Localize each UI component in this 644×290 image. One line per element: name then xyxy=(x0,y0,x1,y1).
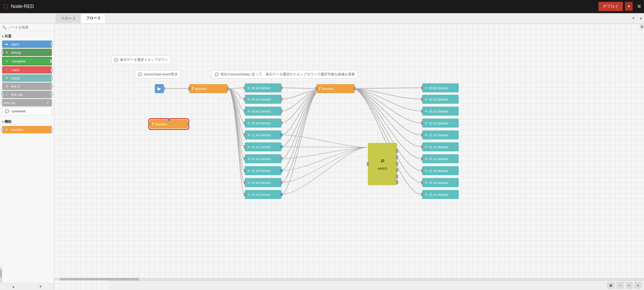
port-left xyxy=(244,157,246,161)
comment-node-sensor[interactable]: 💬 sensorData event受信 xyxy=(135,70,181,79)
sidebar-item-linkcall[interactable]: ↔ link call xyxy=(2,91,52,98)
data-node-c2s1[interactable]: ≡ c2.s1.datana xyxy=(422,190,459,199)
deploy-dropdown-button[interactable]: ▾ xyxy=(625,2,633,11)
data-icon: ≡ xyxy=(425,109,427,113)
port-right xyxy=(163,87,165,90)
data-icon: ≡ xyxy=(425,133,427,137)
data-node-c0s2[interactable]: ≡ c0.s2.datana xyxy=(422,107,459,116)
comment-node-update[interactable]: 💬 現在のsensorDataに従って、表示データ選択のドロップダウンで選択可能… xyxy=(212,70,358,79)
sidebar-item-label: link in xyxy=(11,84,50,88)
sidebar-item-comment[interactable]: 💬 comment xyxy=(2,107,52,115)
sensor-label: c0.s2.sensor xyxy=(251,109,271,113)
port-right-4 xyxy=(396,168,398,172)
data-node-c1s0[interactable]: ≡ c1.s0.datana xyxy=(422,130,459,139)
sensor-node-c0s0[interactable]: ≡ c0.s0.sensor xyxy=(245,83,281,92)
port-left xyxy=(315,87,317,90)
sidebar-item-debug[interactable]: ≡ debug xyxy=(2,49,52,56)
sidebar-scroll-down[interactable]: ▼ xyxy=(27,283,54,290)
port-right xyxy=(187,122,189,126)
sidebar-item-linkout[interactable]: link out ↗ xyxy=(2,99,52,106)
deploy-button[interactable]: デプロイ xyxy=(598,2,623,11)
port-right-2 xyxy=(396,156,398,159)
scrollbar-thumb[interactable] xyxy=(60,278,139,280)
sidebar-item-label: status xyxy=(11,76,50,80)
sensor-node-c1s3[interactable]: ≡ c1.s3.sensor xyxy=(245,166,281,175)
port-right xyxy=(280,121,282,125)
inject-icon: ➡ xyxy=(4,42,9,46)
tab-flow1[interactable]: フロー 1 xyxy=(56,14,81,23)
sensor-node-c1s2[interactable]: ≡ c1.s2.sensor xyxy=(245,154,281,163)
linkin-icon: ↗ xyxy=(4,84,9,88)
sensor-node-c0s2[interactable]: ≡ c0.s2.sensor xyxy=(245,107,281,116)
port-left xyxy=(1,101,3,105)
tab-add-button[interactable]: + xyxy=(629,13,638,23)
sidebar-scroll-up[interactable]: ▲ xyxy=(0,283,27,290)
node-list: ▾ 共通 ➡ inject ≡ debug ✓ complete ! catch xyxy=(0,31,54,267)
data-node-c2s0[interactable]: ≡ c2.s0.datana xyxy=(422,178,459,187)
data-label: c0.s1.datana xyxy=(429,97,448,101)
horizontal-scrollbar[interactable] xyxy=(54,278,644,280)
sensor-label: c2.s1.sensor xyxy=(251,193,271,197)
port-right xyxy=(51,76,53,80)
inject-node[interactable]: ▶ xyxy=(155,84,164,93)
data-node-c1s2[interactable]: ≡ c1.s2.datana xyxy=(422,154,459,163)
sidebar-item-label: complete xyxy=(12,59,49,63)
port-left xyxy=(367,162,369,166)
switch-node[interactable]: ⇄ switch xyxy=(368,143,397,185)
sidebar-item-catch[interactable]: ! catch xyxy=(2,66,52,74)
sidebar-item-linkin[interactable]: ↗ link in xyxy=(2,83,52,90)
sidebar-item-function[interactable]: ƒ function xyxy=(2,126,52,133)
port-right-1 xyxy=(396,149,398,153)
data-node-c1s3[interactable]: ≡ c1.s3.datana xyxy=(422,166,459,175)
sensor-node-c2s1[interactable]: ≡ c2.s1.sensor xyxy=(245,190,281,199)
data-label: c0.s2.datana xyxy=(429,109,448,113)
comment-text: sensorData event受信 xyxy=(144,72,178,77)
canvas-scroll-top[interactable]: ▲ xyxy=(640,24,644,29)
port-right xyxy=(354,87,356,90)
section-header-common[interactable]: ▾ 共通 xyxy=(0,33,54,40)
section-header-function[interactable]: ▾ 機能 xyxy=(0,118,54,125)
search-input[interactable] xyxy=(8,25,52,29)
data-node-c0s3[interactable]: ≡ c0.s3.datana xyxy=(422,119,459,128)
sensor-node-c1s1[interactable]: ≡ c1.s1.sensor xyxy=(245,142,281,151)
sensor-node-c0s1[interactable]: ≡ c0.s1.sensor xyxy=(245,95,281,104)
sensor-node-c0s3[interactable]: ≡ c0.s3.sensor xyxy=(245,119,281,128)
data-icon: ≡ xyxy=(425,145,427,149)
zoom-out-button[interactable]: − xyxy=(617,282,624,289)
function-node-3[interactable]: f function xyxy=(150,120,188,129)
port-left xyxy=(421,157,423,161)
data-node-c1s1[interactable]: ≡ c1.s1.datana xyxy=(422,142,459,151)
sidebar-item-complete[interactable]: ✓ complete xyxy=(2,57,52,65)
function-label: function xyxy=(322,87,334,91)
sidebar-scrollbar-thumb[interactable] xyxy=(0,270,2,278)
port-right-3 xyxy=(396,162,398,166)
sensor-node-c1s0[interactable]: ≡ c1.s0.sensor xyxy=(245,130,281,139)
data-node-c0s0[interactable]: ≡ c0.s0.datana xyxy=(422,83,459,92)
zoom-reset-button[interactable]: ○ xyxy=(626,282,633,289)
sidebar-item-inject[interactable]: ➡ inject xyxy=(2,40,52,48)
tab-arrow-button[interactable]: ▾ xyxy=(638,14,644,23)
data-node-c0s1[interactable]: ≡ c0.s1.datana xyxy=(422,95,459,104)
sidebar-item-status[interactable]: ⚡ status xyxy=(2,74,52,82)
sensor-icon: ≡ xyxy=(247,180,250,185)
layout-button[interactable]: ⊞ xyxy=(607,282,615,289)
port-right xyxy=(51,68,53,72)
sidebar-item-label: function xyxy=(11,128,50,132)
search-icon: 🔍 xyxy=(2,25,6,29)
function-node-2[interactable]: f function xyxy=(316,84,355,93)
zoom-in-button[interactable]: + xyxy=(634,282,641,289)
port-dot xyxy=(280,134,283,136)
port-dot xyxy=(280,169,283,172)
sensor-node-c2s0[interactable]: ≡ c2.s0.sensor xyxy=(245,178,281,187)
data-icon: ≡ xyxy=(425,157,427,161)
port-left xyxy=(1,51,3,54)
tab-flow2[interactable]: フロー 2 xyxy=(81,14,106,23)
sidebar-item-label: inject xyxy=(11,42,50,46)
data-label: c2.s1.datana xyxy=(429,193,448,197)
canvas-area[interactable]: ▲ xyxy=(54,24,644,290)
topbar: ⬡ Node-RED デプロイ ▾ ≡ xyxy=(0,0,644,13)
port-right-5 xyxy=(396,175,398,178)
function-node-1[interactable]: f function xyxy=(189,84,228,93)
comment-node-dropdown[interactable]: 💬 表示データ選択ドロップダウン xyxy=(111,56,171,64)
menu-button[interactable]: ≡ xyxy=(637,3,641,10)
